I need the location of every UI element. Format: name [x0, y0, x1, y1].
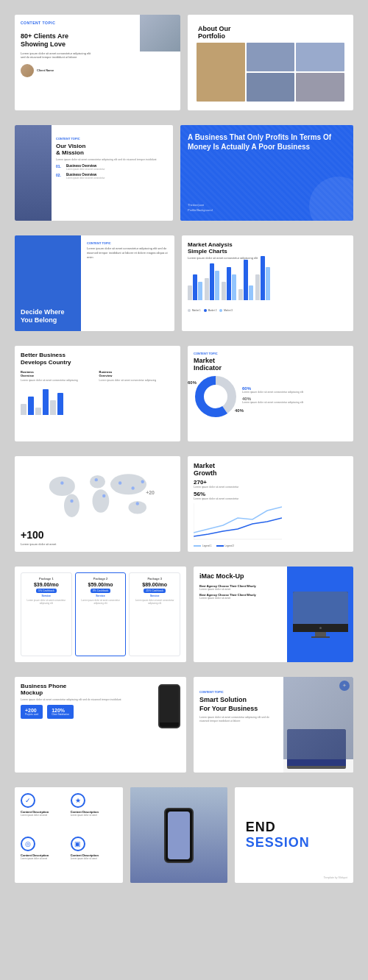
- icon-desc-4: Lorem ipsum dolor sit amet: [71, 857, 97, 860]
- biz-col-1-text: Lorem ipsum dolor sit amet consectetur a…: [21, 379, 96, 383]
- legend-label-1: Market 1: [192, 309, 201, 312]
- phone-stat-val-1: +200: [25, 708, 38, 713]
- legend-dot-3: [219, 309, 222, 312]
- legend-dot-2: [204, 309, 207, 312]
- growth-stat-num-2: 56%: [194, 491, 347, 497]
- slide-clients: Content Topic 80+ Clients Are Showing Lo…: [15, 15, 180, 110]
- svg-point-9: [70, 499, 73, 502]
- vision-sec-num-2: 02.: [56, 173, 65, 177]
- smart-solution-right: ✦: [283, 677, 353, 773]
- row-1: Content Topic 80+ Clients Are Showing Lo…: [15, 15, 353, 110]
- row-2: Content Topic Our Vision & Mission Lorem…: [15, 125, 353, 221]
- growth-legend-line-2: [216, 545, 224, 547]
- clients-title: 80+ Clients Are Showing Love: [21, 32, 91, 49]
- svg-point-14: [136, 502, 139, 505]
- bar-group-1: [188, 274, 202, 300]
- map-area: +20: [21, 462, 174, 529]
- smart-photo-overlay: [283, 677, 353, 759]
- biz-col-2-text: Lorem ipsum dolor sit amet consectetur a…: [99, 379, 175, 383]
- portfolio-photo-5: [296, 73, 344, 102]
- icons-layout: ✓ Content Description Lorem ipsum dolor …: [21, 793, 117, 877]
- indicator-topic-label: Content Topic: [194, 352, 347, 355]
- phone-stat-label-1: Projects used: [25, 713, 38, 716]
- pricing-label-2: Package 2: [93, 577, 108, 580]
- pricing-label-1: Package 1: [39, 577, 54, 580]
- phone-mockup-title: Business Phone Mockup: [21, 683, 180, 696]
- indicator-stat-2: 40% Lorem ipsum dolor sit amet consectet…: [242, 397, 347, 405]
- end-black-text: END: [246, 820, 276, 834]
- phone-stats-row: +200 Projects used 120% Client Satisfact…: [21, 705, 180, 719]
- vision-title: Our Vision & Mission: [56, 143, 169, 156]
- phone-screen: [160, 686, 179, 722]
- bar-4-blue: [244, 260, 248, 300]
- vision-sec-num-1: 01.: [56, 164, 65, 168]
- market-analysis-chart: [188, 263, 347, 308]
- pricing-service-2: Service: [96, 594, 105, 597]
- bar-4-gray: [238, 289, 243, 300]
- icon-item-3: ◎ Content Description Lorem ipsum dolor …: [21, 837, 68, 877]
- vision-sec-content-1: Business Overview Lorem ipsum dolor sit …: [66, 164, 105, 171]
- imac-camera-row: [293, 624, 348, 632]
- portfolio-photo-4: [247, 73, 295, 102]
- clients-avatar-name: Client Name: [37, 68, 54, 72]
- indicator-stats: 60% Lorem ipsum dolor sit amet consectet…: [242, 386, 347, 406]
- row-8: ✓ Content Description Lorem ipsum dolor …: [15, 787, 353, 883]
- decide-title: Decide Where You Belong: [21, 308, 65, 325]
- growth-stat-num-1: 270+: [194, 479, 347, 486]
- icon-symbol-2: ★: [75, 797, 81, 804]
- icon-symbol-4: ▣: [74, 840, 81, 848]
- vision-section-2: 02. Business Overview Lorem ipsum dolor …: [56, 173, 169, 180]
- indicator-content: 60% 40% 60% Lorem ipsum dolor sit amet c…: [194, 374, 347, 419]
- vision-topic-label: Content Topic: [56, 137, 80, 141]
- smart-topic-label: Content Topic: [199, 690, 224, 694]
- slide-phone-building: [130, 787, 227, 883]
- decide-body: Lorem ipsum dolor sit amet consectetur a…: [87, 246, 169, 260]
- legend-label-2: Market 2: [208, 309, 217, 312]
- slide-imac: iMac Mock-Up Best Agency Choose Their Cl…: [194, 567, 353, 662]
- pricing-service-1: Service: [42, 594, 51, 597]
- donut-label-40: 40%: [235, 408, 244, 413]
- pricing-card-1: Package 1 $39.00/mo 5% Cashback Service …: [21, 572, 72, 656]
- small-bar-2: [28, 397, 34, 415]
- end-blue-text: SESSION: [246, 835, 310, 850]
- growth-stat-text-1: Lorem ipsum dolor sit amet consectetur: [194, 486, 347, 489]
- imac-feature-desc-1: Lorem ipsum dolor sit amet: [199, 588, 281, 591]
- svg-point-3: [64, 494, 79, 517]
- donut-chart: 60% 40%: [194, 374, 238, 419]
- portfolio-photo-1: [247, 43, 295, 71]
- slide-market-analysis: Market Analysis Simple Charts Lorem ipsu…: [182, 235, 353, 331]
- growth-stat-1: 270+ Lorem ipsum dolor sit amet consecte…: [194, 479, 347, 489]
- slide-pricing: Package 1 $39.00/mo 5% Cashback Service …: [15, 567, 186, 662]
- svg-point-4: [90, 475, 105, 489]
- bar-group-3: [222, 267, 236, 300]
- imac-screen-inner: [293, 592, 348, 624]
- pricing-badge-3: 25% Cashback: [144, 589, 166, 593]
- pricing-price-2: $59.00/mo: [88, 582, 113, 587]
- icon-circle-4: ▣: [71, 837, 85, 851]
- slide-market-indicator: Content Topic Market Indicator 60% 40% 6…: [188, 346, 353, 441]
- bar-5-blue: [261, 256, 265, 300]
- growth-legend-1: Legend 1: [194, 544, 212, 547]
- legend-dot-1: [188, 309, 191, 312]
- slide-smart-solution: Content Topic Smart Solution For Your Bu…: [194, 677, 353, 773]
- bar-5-light: [266, 267, 270, 300]
- vision-left-image: [15, 125, 52, 221]
- template-label: Template by Slidspot: [324, 876, 347, 879]
- bar-3-blue: [227, 267, 231, 300]
- phone-device: [158, 684, 180, 728]
- icon-desc-2: Lorem ipsum dolor sit amet: [71, 814, 97, 817]
- phone-building-inner: [130, 787, 227, 883]
- indicator-stat-text-2: Lorem ipsum dolor sit amet consectetur a…: [242, 401, 347, 405]
- icon-circle-1: ✓: [21, 793, 35, 808]
- slide-end-session: END SESSION Template by Slidspot: [235, 787, 353, 883]
- portfolio-photo-2: [296, 43, 344, 71]
- bar-2-blue: [210, 263, 214, 300]
- imac-feature-1: Best Agency Choose Their Client Wisely L…: [199, 584, 281, 591]
- slide-quote: A Business That Only Profits In Terms Of…: [180, 125, 353, 221]
- portfolio-title: About Our Portfolio: [198, 25, 347, 40]
- icon-symbol-3: ◎: [25, 840, 31, 848]
- bar-2-light: [215, 271, 219, 300]
- small-bar-5: [50, 400, 56, 415]
- svg-point-5: [93, 489, 110, 513]
- clients-photo: [140, 15, 180, 52]
